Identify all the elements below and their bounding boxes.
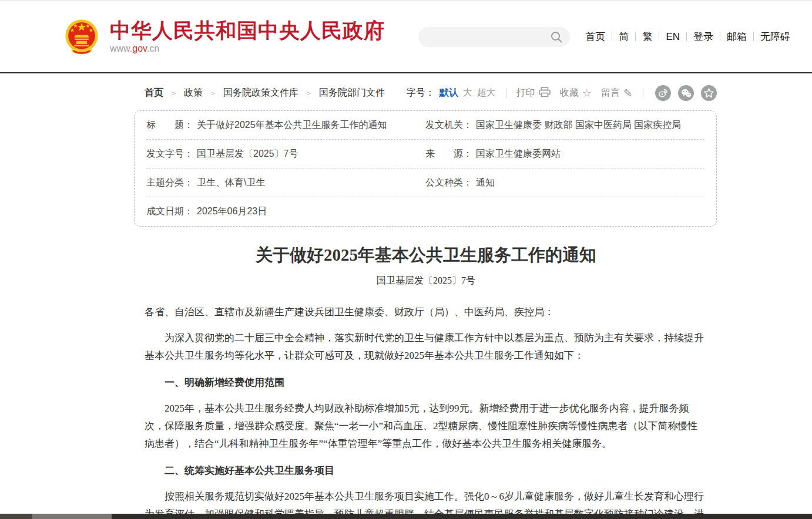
nav-divider — [753, 32, 754, 41]
font-size-label: 字号： — [407, 87, 435, 99]
weibo-share-icon[interactable] — [655, 85, 671, 101]
meta-value: 国卫基层发〔2025〕7号 — [197, 148, 298, 160]
nav-accessibility[interactable]: 无障碍 — [760, 30, 790, 43]
meta-value: 2025年06月23日 — [197, 205, 267, 218]
nav-divider — [720, 32, 720, 41]
article-paragraph: 为深入贯彻党的二十届三中全会精神，落实新时代党的卫生与健康工作方针中以基层为重点… — [145, 329, 707, 365]
meta-value: 通知 — [476, 177, 495, 189]
meta-value: 关于做好2025年基本公共卫生服务工作的通知 — [197, 119, 387, 132]
chevron-right-icon: ＞ — [170, 88, 177, 99]
print-label: 打印 — [516, 87, 535, 99]
font-size-default-button[interactable]: 默认 — [439, 87, 458, 99]
print-button[interactable]: 打印 — [516, 87, 551, 99]
meta-doc-type: 公文种类： 通知 — [425, 177, 704, 189]
site-url: www.gov.cn — [110, 43, 385, 54]
meta-row: 成文日期： 2025年06月23日 — [146, 197, 704, 226]
breadcrumb-policy[interactable]: 政策 — [184, 87, 203, 99]
document-toolbar: 字号： 默认 大 超大 打印 收藏 ☆ 留言 ✎ — [407, 85, 717, 101]
share-buttons — [655, 85, 717, 101]
nav-divider — [635, 32, 636, 41]
site-header: 中华人民共和国中央人民政府 www.gov.cn 首页 简 繁 EN 登录 — [0, 0, 812, 73]
star-icon: ☆ — [582, 88, 592, 99]
article: 关于做好2025年基本公共卫生服务工作的通知 国卫基层发〔2025〕7号 各省、… — [145, 244, 707, 519]
nav-divider — [686, 32, 687, 41]
meta-label: 公文种类： — [425, 177, 472, 189]
meta-label: 成文日期： — [146, 205, 193, 218]
meta-source: 来 源： 国家卫生健康委网站 — [425, 148, 704, 160]
nav-english[interactable]: EN — [666, 31, 680, 43]
meta-label: 来 源： — [425, 148, 472, 160]
breadcrumb-home[interactable]: 首页 — [145, 87, 163, 99]
nav-home[interactable]: 首页 — [585, 30, 605, 43]
meta-label: 发文机关： — [425, 119, 472, 132]
pencil-icon: ✎ — [623, 88, 632, 99]
nav-divider — [659, 32, 659, 41]
nav-login[interactable]: 登录 — [693, 30, 713, 43]
font-size-xlarge-button[interactable]: 超大 — [477, 87, 496, 99]
font-size-large-button[interactable]: 大 — [463, 87, 472, 99]
article-salutation: 各省、自治区、直辖市及新疆生产建设兵团卫生健康委、财政厅（局）、中医药局、疾控局… — [145, 304, 707, 321]
search-icon[interactable] — [550, 31, 563, 46]
nav-divider — [612, 32, 612, 41]
site-url-suffix: .cn — [147, 43, 159, 53]
breadcrumb-policy-library[interactable]: 国务院政策文件库 — [223, 87, 298, 99]
breadcrumb-toolbar-row: 首页 ＞ 政策 ＞ 国务院政策文件库 ＞ 国务院部门文件 字号： 默认 大 超大… — [134, 85, 717, 101]
meta-label: 标 题： — [146, 119, 193, 132]
meta-subject-category: 主题分类： 卫生、体育\卫生 — [146, 177, 425, 189]
search-box[interactable] — [418, 27, 570, 47]
site-title: 中华人民共和国中央人民政府 — [110, 19, 385, 42]
meta-doc-number: 发文字号： 国卫基层发〔2025〕7号 — [146, 148, 425, 160]
meta-label: 主题分类： — [146, 177, 193, 189]
brand-text: 中华人民共和国中央人民政府 www.gov.cn — [110, 19, 385, 55]
toolbar-divider — [643, 89, 643, 98]
horizontal-scrollbar[interactable] — [0, 514, 812, 519]
article-doc-number: 国卫基层发〔2025〕7号 — [145, 275, 707, 287]
qzone-share-icon[interactable] — [701, 85, 717, 101]
nav-traditional[interactable]: 繁 — [642, 30, 652, 43]
wechat-share-icon[interactable] — [678, 85, 694, 101]
toolbar-divider — [506, 89, 507, 98]
nav-mailbox[interactable]: 邮箱 — [727, 30, 747, 43]
top-nav: 首页 简 繁 EN 登录 邮箱 无障碍 — [585, 30, 790, 43]
scrollbar-thumb[interactable] — [32, 514, 112, 519]
breadcrumb-department-docs[interactable]: 国务院部门文件 — [319, 87, 385, 99]
meta-label: 发文字号： — [146, 148, 193, 160]
document-meta-table: 标 题： 关于做好2025年基本公共卫生服务工作的通知 发文机关： 国家卫生健康… — [134, 110, 717, 227]
scrollbar-track-segment — [0, 514, 32, 519]
article-section-heading-2: 二、统筹实施好基本公共卫生服务项目 — [145, 462, 707, 480]
header-right: 首页 简 繁 EN 登录 邮箱 无障碍 — [418, 27, 790, 47]
favorite-label: 收藏 — [560, 87, 579, 99]
meta-date: 成文日期： 2025年06月23日 — [146, 205, 425, 218]
article-title: 关于做好2025年基本公共卫生服务工作的通知 — [145, 244, 707, 267]
nav-simplified[interactable]: 简 — [619, 30, 629, 43]
meta-value: 国家卫生健康委 财政部 国家中医药局 国家疾控局 — [476, 119, 681, 132]
meta-issuing-agency: 发文机关： 国家卫生健康委 财政部 国家中医药局 国家疾控局 — [425, 119, 704, 132]
search-input[interactable] — [428, 27, 545, 47]
site-brand[interactable]: 中华人民共和国中央人民政府 www.gov.cn — [62, 17, 385, 57]
article-section-heading-1: 一、明确新增经费使用范围 — [145, 374, 707, 392]
meta-value: 国家卫生健康委网站 — [476, 148, 561, 160]
printer-icon — [539, 87, 551, 99]
chevron-right-icon: ＞ — [305, 88, 313, 99]
meta-row: 标 题： 关于做好2025年基本公共卫生服务工作的通知 发文机关： 国家卫生健康… — [146, 111, 704, 140]
comment-button[interactable]: 留言 ✎ — [601, 87, 632, 99]
national-emblem-icon — [62, 17, 102, 57]
chevron-right-icon: ＞ — [209, 88, 217, 99]
breadcrumb: 首页 ＞ 政策 ＞ 国务院政策文件库 ＞ 国务院部门文件 — [134, 87, 385, 99]
meta-row: 发文字号： 国卫基层发〔2025〕7号 来 源： 国家卫生健康委网站 — [146, 140, 704, 168]
meta-value: 卫生、体育\卫生 — [197, 177, 265, 189]
site-url-prefix: www. — [110, 43, 132, 53]
site-url-core: gov — [132, 43, 147, 53]
favorite-button[interactable]: 收藏 ☆ — [560, 87, 592, 99]
article-paragraph: 2025年，基本公共卫生服务经费人均财政补助标准增加5元，达到99元。新增经费用… — [145, 400, 707, 453]
comment-label: 留言 — [601, 87, 620, 99]
meta-row: 主题分类： 卫生、体育\卫生 公文种类： 通知 — [146, 168, 704, 197]
meta-title: 标 题： 关于做好2025年基本公共卫生服务工作的通知 — [146, 119, 425, 132]
